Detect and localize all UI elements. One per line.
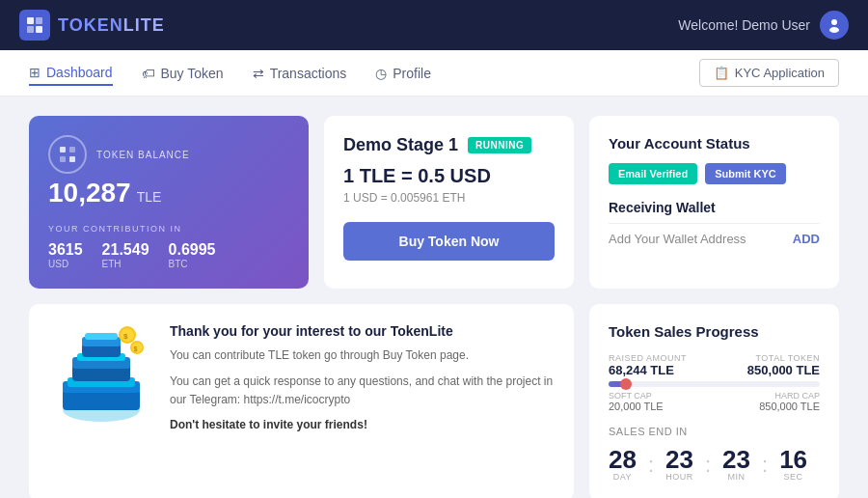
token-balance-card: TOKEN BALANCE 10,287 TLE YOUR CONTRIBUTI… [29, 116, 309, 289]
token-amount-value: 10,287 [48, 178, 131, 208]
btc-value: 0.6995 [169, 241, 216, 259]
progress-bar-fill [609, 381, 626, 387]
logo-part1: TOKEN [58, 15, 123, 35]
cap-row: SOFT CAP 20,000 TLE HARD CAP 850,000 TLE [609, 391, 820, 412]
soft-cap-group: SOFT CAP 20,000 TLE [609, 391, 664, 412]
user-avatar[interactable] [820, 11, 849, 40]
nav-profile-label: Profile [393, 66, 431, 81]
buy-token-icon: 🏷 [142, 66, 155, 81]
logo-text: TOKENLITE [58, 15, 165, 36]
account-card: Your Account Status Email Verified Submi… [589, 116, 839, 289]
contrib-usd: 3615 USD [48, 241, 83, 269]
eth-label: ETH [102, 259, 149, 269]
add-wallet-link[interactable]: ADD [793, 232, 820, 246]
progress-bar-container [609, 381, 820, 387]
main-content: TOKEN BALANCE 10,287 TLE YOUR CONTRIBUTI… [0, 97, 868, 498]
total-value: 850,000 TLE [747, 363, 820, 377]
wallet-placeholder-text: Add Your Wallet Address [609, 232, 746, 246]
sales-card: Token Sales Progress RAISED AMOUNT 68,24… [589, 304, 839, 498]
transactions-icon: ⇄ [253, 66, 264, 81]
svg-rect-9 [69, 156, 75, 162]
countdown: 28 DAY : 23 HOUR : 23 MIN : 16 SEC [609, 447, 820, 482]
countdown-min: 23 MIN [722, 447, 750, 482]
raised-value: 68,244 TLE [609, 363, 687, 377]
hard-cap-label: HARD CAP [759, 391, 820, 401]
kyc-icon: 📋 [714, 66, 729, 80]
total-label: TOTAL TOKEN [747, 353, 820, 363]
contrib-eth: 21.549 ETH [102, 241, 149, 269]
hour-label: HOUR [665, 472, 693, 482]
dashboard-icon: ⊞ [29, 65, 41, 80]
raised-amount-group: RAISED AMOUNT 68,244 TLE [609, 353, 687, 377]
sep3: : [762, 447, 768, 482]
svg-rect-1 [36, 17, 42, 24]
info-text3: Don't hesitate to invite your friends! [170, 418, 555, 431]
token-unit: TLE [137, 189, 162, 205]
email-verified-badge: Email Verified [609, 163, 697, 184]
hard-cap-value: 850,000 TLE [759, 401, 820, 412]
profile-icon: ◷ [375, 66, 387, 81]
usd-label: USD [48, 259, 83, 269]
contrib-btc: 0.6995 BTC [169, 241, 216, 269]
logo-area: TOKENLITE [19, 10, 165, 41]
account-title: Your Account Status [609, 135, 820, 152]
welcome-text: Welcome! Demo User [678, 17, 810, 33]
buy-token-button[interactable]: Buy Token Now [343, 222, 555, 261]
stage-title: Demo Stage 1 [343, 135, 458, 155]
crypto-illustration: $ $ [48, 323, 154, 420]
info-text1: You can contribute TLE token go through … [170, 346, 555, 365]
countdown-hour: 23 HOUR [665, 447, 693, 482]
nav-left: ⊞ Dashboard 🏷 Buy Token ⇄ Transactions ◷… [29, 61, 431, 86]
svg-text:$: $ [134, 346, 138, 353]
info-card: $ $ Thank you for your interest to our T… [29, 304, 574, 498]
nav-buy-token-label: Buy Token [161, 66, 224, 81]
sales-end-label: SALES END IN [609, 426, 820, 437]
sep2: : [705, 447, 711, 482]
raised-label: RAISED AMOUNT [609, 353, 687, 363]
exchange-sub: 1 USD = 0.005961 ETH [343, 191, 555, 205]
svg-rect-0 [27, 17, 34, 24]
header-right: Welcome! Demo User [678, 11, 849, 40]
token-balance-label: TOKEN BALANCE [96, 150, 190, 160]
submit-kyc-badge[interactable]: Submit KYC [705, 163, 786, 184]
svg-point-5 [829, 27, 839, 33]
total-token-group: TOTAL TOKEN 850,000 TLE [747, 353, 820, 377]
day-value: 28 [609, 447, 637, 472]
soft-cap-label: SOFT CAP [609, 391, 664, 401]
soft-cap-value: 20,000 TLE [609, 401, 664, 412]
hard-cap-group: HARD CAP 850,000 TLE [759, 391, 820, 412]
countdown-day: 28 DAY [609, 447, 637, 482]
nav-buy-token[interactable]: 🏷 Buy Token [142, 62, 224, 85]
info-content: Thank you for your interest to our Token… [170, 323, 555, 431]
progress-dot [620, 378, 632, 390]
header: TOKENLITE Welcome! Demo User [0, 0, 868, 50]
status-badges: Email Verified Submit KYC [609, 163, 820, 184]
hour-value: 23 [665, 447, 693, 472]
nav-transactions-label: Transactions [270, 66, 347, 81]
info-heading: Thank you for your interest to our Token… [170, 323, 555, 339]
svg-text:$: $ [123, 332, 128, 341]
nav-dashboard[interactable]: ⊞ Dashboard [29, 61, 113, 86]
nav-transactions[interactable]: ⇄ Transactions [253, 62, 347, 85]
eth-value: 21.549 [102, 241, 149, 259]
sec-value: 16 [779, 447, 807, 472]
svg-rect-2 [27, 26, 34, 33]
nav-dashboard-label: Dashboard [46, 65, 113, 80]
stage-card: Demo Stage 1 RUNNING 1 TLE = 0.5 USD 1 U… [324, 116, 574, 289]
exchange-rate: 1 TLE = 0.5 USD [343, 165, 555, 187]
nav-profile[interactable]: ◷ Profile [375, 62, 431, 85]
contribution-label: YOUR CONTRIBUTION IN [48, 224, 289, 234]
running-badge: RUNNING [468, 137, 531, 153]
svg-rect-7 [69, 147, 75, 152]
countdown-sec: 16 SEC [779, 447, 807, 482]
kyc-button[interactable]: 📋 KYC Application [699, 59, 839, 87]
nav: ⊞ Dashboard 🏷 Buy Token ⇄ Transactions ◷… [0, 50, 868, 97]
usd-value: 3615 [48, 241, 83, 259]
info-text2: You can get a quick response to any ques… [170, 373, 555, 409]
contribution-row: 3615 USD 21.549 ETH 0.6995 BTC [48, 241, 289, 269]
sep1: : [648, 447, 654, 482]
svg-rect-8 [60, 156, 66, 162]
logo-icon [19, 10, 50, 41]
wallet-label: Receiving Wallet [609, 200, 820, 215]
kyc-button-label: KYC Application [735, 66, 825, 80]
